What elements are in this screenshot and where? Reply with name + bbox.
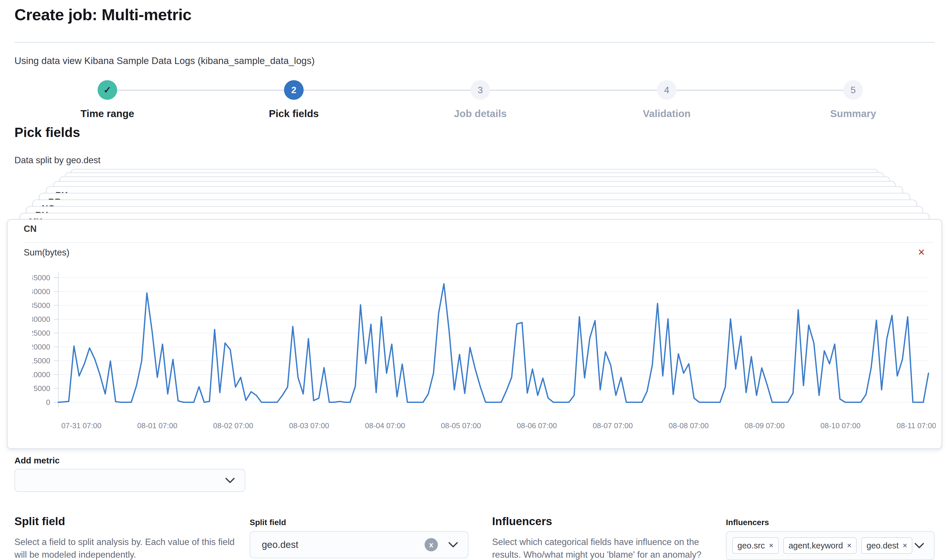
split-field-combobox[interactable]: geo.dest x bbox=[250, 531, 468, 558]
detector-preview-chart: 0500010000150002000025000300003500040000… bbox=[32, 268, 936, 441]
detector-card-divider bbox=[24, 242, 934, 243]
dataview-note: Using data view Kibana Sample Data Logs … bbox=[14, 55, 315, 66]
svg-text:08-09 07:00: 08-09 07:00 bbox=[745, 421, 785, 430]
influencer-pill-label: geo.dest bbox=[866, 541, 898, 551]
step-label: Pick fields bbox=[230, 108, 357, 119]
svg-text:30000: 30000 bbox=[32, 315, 50, 323]
svg-text:10000: 10000 bbox=[32, 370, 50, 379]
influencer-pill-geo-dest: geo.dest× bbox=[861, 537, 912, 554]
svg-text:15000: 15000 bbox=[32, 357, 50, 365]
influencers-combobox[interactable]: geo.src×agent.keyword×geo.dest× bbox=[726, 531, 935, 560]
svg-text:08-11 07:00: 08-11 07:00 bbox=[897, 421, 936, 430]
svg-text:07-31 07:00: 07-31 07:00 bbox=[62, 421, 102, 430]
detector-card: CN Sum(bytes) × 050001000015000200002500… bbox=[7, 219, 942, 449]
pick-fields-heading: Pick fields bbox=[14, 125, 80, 140]
step-complete-check-icon: ✓ bbox=[97, 80, 117, 100]
split-field-description-line1: Select a field to split analysis by. Eac… bbox=[14, 537, 235, 547]
influencers-input-label: Influencers bbox=[726, 518, 769, 527]
split-field-input-label: Split field bbox=[250, 518, 286, 527]
svg-text:25000: 25000 bbox=[32, 329, 50, 337]
step-label: Job details bbox=[417, 108, 544, 119]
step-label: Validation bbox=[603, 108, 730, 119]
create-job-page: Create job: Multi-metric Using data view… bbox=[0, 0, 949, 560]
detector-metric-label: Sum(bytes) bbox=[24, 248, 69, 258]
svg-text:35000: 35000 bbox=[32, 301, 50, 310]
svg-text:45000: 45000 bbox=[32, 273, 50, 282]
remove-influencer-icon[interactable]: × bbox=[847, 542, 852, 549]
influencer-pill-agent-keyword: agent.keyword× bbox=[783, 537, 856, 554]
data-split-note: Data split by geo.dest bbox=[14, 155, 100, 166]
svg-text:40000: 40000 bbox=[32, 287, 50, 296]
step-number-badge: 4 bbox=[657, 80, 677, 100]
chevron-down-icon bbox=[448, 542, 458, 548]
svg-text:08-02 07:00: 08-02 07:00 bbox=[213, 421, 253, 430]
svg-text:0: 0 bbox=[46, 398, 50, 406]
step-pick-fields[interactable]: 2Pick fields bbox=[230, 80, 357, 119]
svg-text:08-05 07:00: 08-05 07:00 bbox=[441, 421, 481, 430]
split-field-description-line2: will be modeled independently. bbox=[14, 549, 136, 560]
chevron-down-icon bbox=[914, 542, 924, 549]
influencer-pill-label: agent.keyword bbox=[789, 541, 843, 551]
influencer-pill-geo-src: geo.src× bbox=[732, 537, 779, 554]
svg-text:08-06 07:00: 08-06 07:00 bbox=[517, 421, 557, 430]
influencer-pill-label: geo.src bbox=[738, 541, 765, 551]
step-number-badge: 3 bbox=[471, 80, 490, 100]
svg-text:5000: 5000 bbox=[34, 384, 50, 393]
influencers-description-group: Influencers Select which categorical fie… bbox=[492, 515, 729, 560]
remove-influencer-icon[interactable]: × bbox=[903, 542, 907, 549]
chevron-down-icon bbox=[225, 477, 235, 483]
step-number-badge: 5 bbox=[843, 80, 863, 100]
page-title: Create job: Multi-metric bbox=[14, 5, 191, 24]
svg-text:08-07 07:00: 08-07 07:00 bbox=[593, 421, 633, 430]
step-summary: 5Summary bbox=[790, 80, 917, 119]
svg-text:08-08 07:00: 08-08 07:00 bbox=[669, 421, 709, 430]
step-number-badge: 2 bbox=[284, 80, 304, 100]
svg-text:08-03 07:00: 08-03 07:00 bbox=[289, 421, 329, 430]
svg-text:20000: 20000 bbox=[32, 343, 50, 351]
influencer-pills: geo.src×agent.keyword×geo.dest× bbox=[732, 537, 912, 554]
step-job-details: 3Job details bbox=[417, 80, 544, 119]
split-field-description-group: Split field Select a field to split anal… bbox=[14, 515, 251, 560]
split-field-value: geo.dest bbox=[262, 539, 298, 550]
svg-text:08-01 07:00: 08-01 07:00 bbox=[137, 421, 177, 430]
influencers-description-line2: results. Who/what might you 'blame' for … bbox=[492, 549, 701, 560]
influencers-description-line1: Select which categorical fields have inf… bbox=[492, 537, 699, 547]
svg-text:08-10 07:00: 08-10 07:00 bbox=[821, 421, 861, 430]
influencers-heading: Influencers bbox=[492, 515, 729, 528]
add-metric-select[interactable] bbox=[14, 469, 245, 492]
svg-text:08-04 07:00: 08-04 07:00 bbox=[365, 421, 405, 430]
remove-metric-icon[interactable]: × bbox=[918, 246, 925, 258]
add-metric-label: Add metric bbox=[14, 455, 60, 465]
step-label: Time range bbox=[44, 108, 171, 119]
step-time-range[interactable]: ✓Time range bbox=[44, 80, 171, 119]
detector-card-split-value: CN bbox=[24, 224, 37, 234]
remove-influencer-icon[interactable]: × bbox=[769, 542, 773, 549]
step-validation: 4Validation bbox=[603, 80, 730, 119]
split-field-heading: Split field bbox=[14, 515, 251, 528]
clear-selection-icon[interactable]: x bbox=[424, 538, 438, 551]
step-label: Summary bbox=[790, 108, 917, 119]
header-divider bbox=[14, 42, 935, 43]
